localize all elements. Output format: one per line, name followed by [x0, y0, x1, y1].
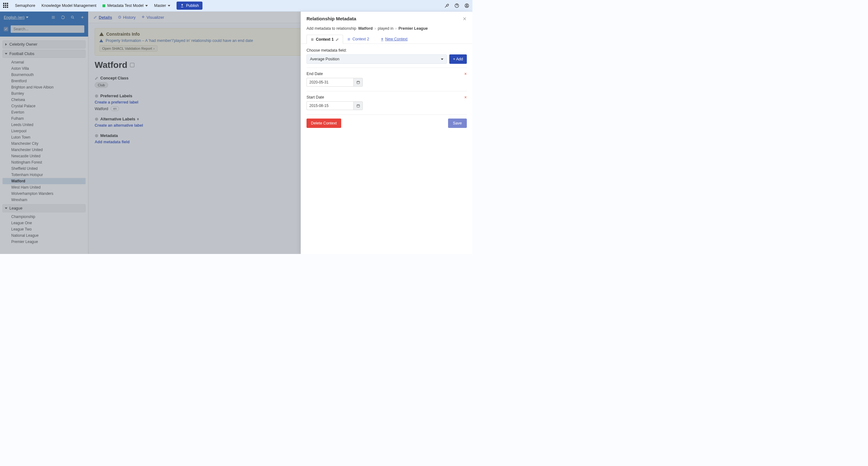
context-tab-1[interactable]: Context 1 [307, 35, 343, 44]
topbar-left: Semaphore Knowledge Model Management Met… [3, 2, 444, 10]
save-button[interactable]: Save [448, 119, 467, 128]
metadata-field-block: End Date× [307, 71, 467, 87]
sidebar-group-label: Football Clubs [9, 52, 34, 56]
copy-icon[interactable] [130, 63, 134, 67]
clock-icon [118, 15, 122, 19]
date-input[interactable] [307, 78, 353, 87]
sidebar-item[interactable]: Chelsea [2, 97, 86, 103]
module-link[interactable]: Knowledge Model Management [41, 3, 97, 8]
chevron-right-icon: › [153, 47, 155, 50]
concept-class-label: Concept Class [100, 76, 128, 80]
sidebar-group-label: Celebrity Owner [9, 42, 37, 47]
sidebar-item[interactable]: Luton Town [2, 134, 86, 140]
sidebar-item[interactable]: National League [2, 232, 86, 239]
sidebar-item[interactable]: Crystal Palace [2, 103, 86, 109]
remove-field-icon[interactable]: × [464, 71, 467, 76]
tab-history-label: History [123, 15, 135, 20]
sidebar-group-header[interactable]: Football Clubs [2, 50, 86, 58]
sidebar-item[interactable]: Manchester United [2, 147, 86, 153]
language-switcher[interactable]: English (en) [4, 15, 28, 20]
tab-details-label: Details [99, 15, 112, 20]
date-picker-button[interactable] [353, 101, 363, 110]
sidebar-item[interactable]: Nottingham Forest [2, 159, 86, 166]
model-dropdown[interactable]: Metadata Test Model [102, 3, 148, 8]
plus-circle-icon [95, 94, 98, 98]
close-icon[interactable] [462, 17, 467, 21]
list-icon[interactable] [51, 15, 55, 20]
sidebar-item[interactable]: Manchester City [2, 140, 86, 147]
sidebar-search-input[interactable] [11, 25, 84, 33]
concept-class-badge[interactable]: Club [95, 82, 108, 88]
zoom-icon[interactable] [71, 15, 75, 20]
calendar-icon [356, 80, 360, 84]
lang-tag: en [111, 106, 119, 111]
svg-point-3 [71, 16, 73, 18]
relationship-metadata-panel: Relationship Metadata Add metadata to re… [301, 11, 472, 254]
chevron-icon [5, 208, 7, 209]
sidebar-item[interactable]: Tottenham Hotspur [2, 172, 86, 178]
sidebar-item[interactable]: Championship [2, 213, 86, 220]
open-shacl-button[interactable]: Open SHACL Validation Report › [99, 45, 157, 52]
sidebar-item[interactable]: Everton [2, 109, 86, 115]
sidebar-group-header[interactable]: League [2, 204, 86, 212]
help-icon[interactable] [454, 3, 459, 8]
date-input[interactable] [307, 101, 353, 110]
new-context-tab[interactable]: + New Context [377, 34, 411, 43]
sidebar-item[interactable]: Aston Villa [2, 65, 86, 71]
tab-visualizer[interactable]: Visualizer [141, 15, 164, 20]
sidebar-item[interactable]: Burnley [2, 90, 86, 97]
sidebar-item[interactable]: Newcastle United [2, 153, 86, 159]
preferred-label-value: Watford [95, 107, 108, 111]
pencil-icon [93, 15, 97, 19]
chevron-icon [5, 43, 7, 46]
remove-field-icon[interactable]: × [464, 95, 467, 99]
publish-label: Publish [186, 3, 199, 8]
constraints-title-text: Constraints Info [106, 32, 140, 37]
sidebar-item[interactable]: League One [2, 220, 86, 226]
brand-name[interactable]: Semaphore [15, 3, 35, 8]
sidebar-item[interactable]: League Two [2, 226, 86, 232]
plus-icon[interactable] [80, 15, 84, 20]
delete-context-button[interactable]: Delete Context [307, 119, 341, 128]
metadata-field-header: Start Date× [307, 95, 467, 99]
refresh-icon[interactable] [61, 15, 65, 20]
sidebar-item[interactable]: Bournemouth [2, 71, 86, 78]
metadata-field-select[interactable]: Average Position [307, 54, 447, 64]
tab-history[interactable]: History [118, 15, 135, 20]
chevron-right-icon: › [395, 26, 397, 31]
select-value: Average Position [310, 57, 339, 61]
sidebar-item[interactable]: West Ham United [2, 184, 86, 191]
branch-dropdown[interactable]: Master [154, 3, 170, 8]
add-field-button[interactable]: + Add [449, 54, 467, 64]
publish-button[interactable]: Publish [177, 2, 203, 10]
search-scope-checkbox[interactable] [4, 27, 8, 31]
panel-header: Relationship Metadata [301, 11, 472, 23]
sidebar-item[interactable]: Arsenal [2, 59, 86, 65]
sidebar-item[interactable]: Wrexham [2, 197, 86, 203]
date-picker-button[interactable] [353, 78, 363, 87]
list-icon [311, 38, 314, 41]
user-icon[interactable] [464, 3, 469, 8]
sidebar-group-header[interactable]: Celebrity Owner [2, 40, 86, 49]
crumb-predicate: played in [378, 26, 393, 31]
concept-title-text: Watford [95, 60, 127, 70]
context-tab-2[interactable]: Context 2 [343, 34, 373, 43]
sidebar-item[interactable]: Liverpool [2, 128, 86, 134]
sidebar-item[interactable]: Brighton and Hove Albion [2, 84, 86, 90]
sidebar-item[interactable]: Leeds United [2, 122, 86, 128]
panel-title: Relationship Metadata [307, 16, 356, 21]
panel-actions: Delete Context Save [307, 119, 467, 128]
sidebar-item[interactable]: Wolverhampton Wanders [2, 191, 86, 197]
panel-body: Choose metadata field: Average Position … [301, 44, 472, 254]
sidebar: English (en) Celebrity OwnerFootball Clu… [0, 11, 88, 254]
sidebar-item[interactable]: Watford [2, 178, 86, 184]
topbar: Semaphore Knowledge Model Management Met… [0, 0, 472, 11]
apps-grid-icon[interactable] [3, 3, 9, 8]
sidebar-item[interactable]: Sheffield United [2, 166, 86, 172]
sidebar-item[interactable]: Brentford [2, 78, 86, 84]
metadata-field-header: End Date× [307, 71, 467, 76]
wrench-icon[interactable] [444, 3, 449, 8]
sidebar-item[interactable]: Premier League [2, 239, 86, 245]
sidebar-item[interactable]: Fulham [2, 115, 86, 122]
tab-details[interactable]: Details [93, 15, 112, 20]
